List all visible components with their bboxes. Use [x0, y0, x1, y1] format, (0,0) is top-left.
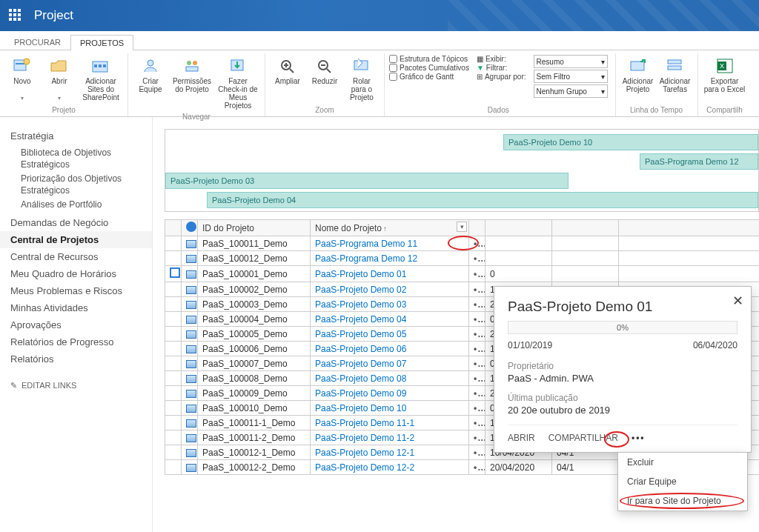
project-link[interactable]: PaaS-Projeto Demo 05: [315, 329, 406, 339]
project-link[interactable]: PaaS-Projeto Demo 03: [315, 299, 406, 310]
row-select-cell[interactable]: [165, 371, 182, 386]
nav-progress-reports[interactable]: Relatórios de Progresso: [0, 333, 152, 350]
callout-open-button[interactable]: ABRIR: [508, 433, 535, 443]
row-select-cell[interactable]: [165, 356, 182, 371]
ribbon-scroll-button[interactable]: Rolar para o Projeto: [344, 55, 380, 103]
ribbon-zoomout-button[interactable]: Reduzir: [307, 55, 342, 96]
row-menu-button[interactable]: •••: [469, 282, 485, 297]
project-link[interactable]: PaaS-Projeto Demo 08: [315, 373, 406, 384]
row-select-cell[interactable]: [165, 266, 182, 282]
timeline-bar[interactable]: PaaS-Programa Demo 12: [640, 153, 758, 170]
ribbon-add-sp-button[interactable]: Adicionar Sites do SharePoint: [79, 55, 123, 103]
row-menu-button[interactable]: •••: [469, 416, 485, 430]
timeline-bar[interactable]: PaaS-Projeto Demo 04: [207, 192, 758, 208]
callout-more-button[interactable]: •••: [632, 433, 646, 443]
col-extra[interactable]: [619, 220, 760, 236]
row-select-cell[interactable]: [165, 445, 182, 460]
gantt-checkbox[interactable]: Gráfico de Gantt: [389, 73, 469, 81]
project-link[interactable]: PaaS-Projeto Demo 06: [315, 344, 406, 354]
row-menu-button[interactable]: •••: [469, 312, 485, 327]
row-menu-button[interactable]: •••: [469, 445, 485, 460]
cumulative-checkbox[interactable]: Pacotes Cumulativos: [389, 64, 469, 72]
row-select-cell[interactable]: [165, 460, 182, 475]
col-date-1[interactable]: [485, 220, 552, 236]
row-menu-button[interactable]: •••: [469, 356, 485, 371]
project-link[interactable]: PaaS-Projeto Demo 12-1: [315, 448, 414, 458]
ribbon-checkin-button[interactable]: Fazer Check-in de Meus Projetos: [216, 55, 260, 111]
nav-project-center[interactable]: Central de Projetos: [0, 231, 152, 248]
project-link[interactable]: PaaS-Projeto Demo 01: [315, 269, 406, 279]
edit-links-button[interactable]: ✎EDITAR LINKS: [0, 375, 152, 396]
close-icon[interactable]: ✕: [732, 293, 743, 309]
row-menu-button[interactable]: •••: [469, 266, 485, 282]
nav-approvals[interactable]: Aprovações: [0, 316, 152, 333]
view-select[interactable]: Resumo▾: [534, 55, 608, 68]
nav-prioritization[interactable]: Priorização dos Objetivos Estratégicos: [0, 173, 152, 196]
row-select-cell[interactable]: [165, 251, 182, 266]
nav-demands[interactable]: Demandas de Negócio: [0, 214, 152, 231]
nav-strategy[interactable]: Estratégia: [0, 127, 152, 144]
row-select-cell[interactable]: [165, 297, 182, 312]
project-link[interactable]: PaaS-Projeto Demo 04: [315, 314, 406, 325]
project-link[interactable]: PaaS-Projeto Demo 11-2: [315, 433, 414, 443]
ribbon-new-button[interactable]: Novo▾: [4, 55, 40, 104]
nav-problems[interactable]: Meus Problemas e Riscos: [0, 282, 152, 299]
column-dropdown-icon[interactable]: ▾: [457, 222, 467, 232]
ribbon-team-button[interactable]: Criar Equipe: [133, 55, 168, 96]
row-select-cell[interactable]: [165, 416, 182, 430]
row-select-cell[interactable]: [165, 312, 182, 327]
ribbon-open-button[interactable]: Abrir▾: [42, 55, 77, 104]
row-menu-button[interactable]: •••: [469, 371, 485, 386]
tab-browse[interactable]: PROCURAR: [4, 34, 70, 50]
group-select[interactable]: Nenhum Grupo▾: [534, 84, 608, 98]
project-link[interactable]: PaaS-Projeto Demo 07: [315, 359, 406, 369]
row-menu-button[interactable]: •••: [469, 236, 485, 251]
menu-create-team[interactable]: Criar Equipe: [618, 472, 747, 491]
nav-reports[interactable]: Relatórios: [0, 350, 152, 368]
project-link[interactable]: PaaS-Programa Demo 12: [315, 253, 417, 264]
row-menu-button[interactable]: •••: [469, 460, 485, 475]
col-info[interactable]: [182, 220, 198, 236]
table-row[interactable]: PaaS_100011_DemoPaaS-Programa Demo 11•••: [165, 236, 760, 251]
callout-share-button[interactable]: COMPARTILHAR: [548, 433, 618, 443]
ribbon-permissions-button[interactable]: Permissões do Projeto: [170, 55, 214, 96]
col-flag[interactable]: [165, 220, 182, 236]
row-menu-button[interactable]: •••: [469, 251, 485, 266]
col-project-id[interactable]: ID do Projeto: [198, 220, 311, 236]
filter-select[interactable]: Sem Filtro▾: [534, 70, 608, 83]
timeline-bar[interactable]: PaaS-Projeto Demo 03: [165, 173, 569, 189]
project-link[interactable]: PaaS-Programa Demo 11: [315, 239, 417, 249]
table-row[interactable]: PaaS_100001_DemoPaaS-Projeto Demo 01•••0: [165, 266, 760, 282]
row-menu-button[interactable]: •••: [469, 386, 485, 401]
row-select-cell[interactable]: [165, 282, 182, 297]
row-select-cell[interactable]: [165, 401, 182, 416]
ribbon-zoomin-button[interactable]: Ampliar: [270, 55, 305, 96]
project-link[interactable]: PaaS-Projeto Demo 11-1: [315, 418, 414, 428]
project-link[interactable]: PaaS-Projeto Demo 02: [315, 285, 406, 295]
row-select-cell[interactable]: [165, 430, 182, 445]
outline-checkbox[interactable]: Estrutura de Tópicos: [389, 55, 469, 63]
col-project-name[interactable]: Nome do Projeto↑▾: [311, 220, 469, 236]
app-launcher-icon[interactable]: [9, 9, 22, 22]
menu-goto-site[interactable]: Ir para o Site do Projeto: [618, 491, 747, 511]
row-select-cell[interactable]: [165, 327, 182, 342]
nav-activities[interactable]: Minhas Atividades: [0, 299, 152, 316]
project-link[interactable]: PaaS-Projeto Demo 09: [315, 388, 406, 399]
ribbon-add-project-button[interactable]: Adicionar Projeto: [620, 55, 656, 96]
row-menu-button[interactable]: •••: [469, 401, 485, 416]
menu-delete[interactable]: Excluir: [618, 453, 747, 472]
nav-portfolio-analysis[interactable]: Análises de Portfólio: [0, 199, 152, 211]
ribbon-add-tasks-button[interactable]: Adicionar Tarefas: [657, 55, 693, 96]
col-date-2[interactable]: [552, 220, 619, 236]
timeline-bar[interactable]: PaaS-Projeto Demo 10: [503, 134, 758, 150]
row-menu-button[interactable]: •••: [469, 297, 485, 312]
project-link[interactable]: PaaS-Projeto Demo 10: [315, 403, 406, 413]
ribbon-export-excel-button[interactable]: X Exportar para o Excel: [703, 55, 747, 96]
table-row[interactable]: PaaS_100012_DemoPaaS-Programa Demo 12•••: [165, 251, 760, 266]
nav-resource-center[interactable]: Central de Recursos: [0, 248, 152, 265]
row-menu-button[interactable]: •••: [469, 430, 485, 445]
row-select-cell[interactable]: [165, 342, 182, 356]
nav-objectives-library[interactable]: Biblioteca de Objetivos Estratégicos: [0, 147, 152, 170]
nav-timesheets[interactable]: Meu Quadro de Horários: [0, 265, 152, 282]
row-select-cell[interactable]: [165, 386, 182, 401]
